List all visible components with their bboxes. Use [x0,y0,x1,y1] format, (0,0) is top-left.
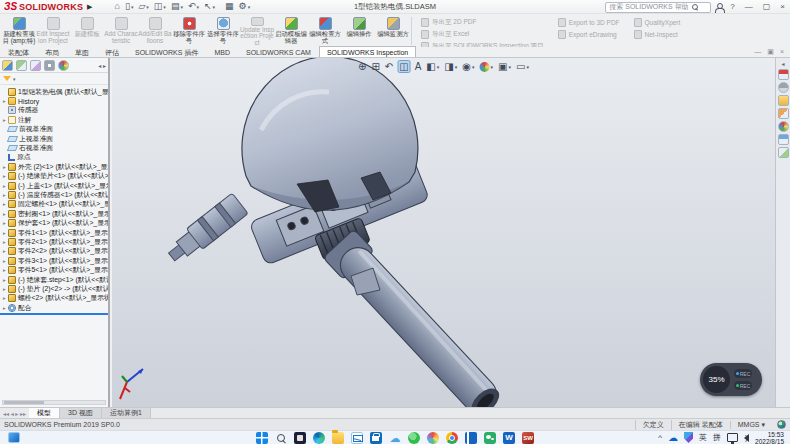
scrollbar-thumb[interactable] [4,401,44,404]
heads-up-button[interactable]: ● ▾ [479,60,495,73]
quick-access-button[interactable]: ▯ ▾ [123,1,135,13]
task-view-icon[interactable] [294,432,306,444]
doc-restore-icon[interactable]: ▣ [767,47,774,57]
unit-system[interactable]: MMGS ▾ [730,421,772,429]
heads-up-button[interactable]: ◨ ▾ [443,60,458,73]
design-library-icon[interactable] [778,82,789,93]
tree-item[interactable]: ▸ (-) 垫片 (2)<2> -> (默认<<默认>_ [1,284,108,293]
tree-item[interactable]: ▸ 注解 [1,115,108,124]
tree-item[interactable]: ▸ (-) 上盖<1> (默认<<默认>_显示状 [1,181,108,190]
panel-tab-arrows[interactable]: ◂ ▸ [98,62,106,69]
ribbon-button[interactable]: 新建模板 [70,15,104,47]
security-shield-icon[interactable] [684,432,693,443]
tree-item[interactable]: ▸ 前视基准面 [1,125,108,134]
search-icon[interactable] [275,432,287,444]
ribbon-button[interactable]: Add/Edit Balloons [138,15,172,47]
ribbon-tab[interactable]: 装配体 [0,46,37,57]
dropdown-arrow-icon[interactable]: ▾ [146,4,149,10]
tree-item[interactable]: ▸ 零件2<2> (默认<<默认>_显示状态 [1,247,108,256]
tree-item[interactable]: ▸ 零件1<1> (默认<<默认>_显示状态 [1,228,108,237]
ime-indicator[interactable]: 拼 [713,432,721,443]
file-explorer-pane-icon[interactable] [778,95,789,106]
browser-360-icon[interactable] [408,432,420,444]
expand-arrow-icon[interactable]: ▸ [1,230,8,236]
help-button[interactable]: ? [727,1,737,13]
expand-arrow-icon[interactable]: ▸ [1,173,8,179]
ribbon-tab[interactable]: MBD [206,46,238,57]
tab-nav-arrows[interactable]: ◂◂ ◂ ▸ ▸▸ [0,408,29,418]
dropdown-arrow-icon[interactable]: ▾ [437,64,440,70]
tree-item[interactable]: ▸ 右视基准面 [1,143,108,152]
help-globe-icon[interactable] [777,420,786,429]
ribbon-tab[interactable]: 布局 [37,46,67,57]
dropdown-arrow-icon[interactable]: ▾ [508,64,511,70]
expand-arrow-icon[interactable]: ▸ [1,211,8,217]
expand-arrow-icon[interactable]: ▸ [1,295,8,301]
record-button[interactable]: REC [734,381,752,390]
restore-button[interactable]: ▢ [760,1,774,13]
tree-item[interactable]: ▸ (-) 温度传感器<1> (默认<<默认>_ [1,190,108,199]
expand-arrow-icon[interactable]: ▸ [1,239,8,245]
edge-icon[interactable] [313,432,325,444]
ribbon-button[interactable]: Add Characteristic [104,15,138,47]
onedrive-icon[interactable]: ☁ [668,432,678,444]
tree-item[interactable]: ▸ 上视基准面 [1,134,108,143]
quick-access-button[interactable] [218,1,222,13]
heads-up-button[interactable]: ⊕ [357,60,367,73]
menu-flyout-icon[interactable]: ▶ [87,3,92,11]
dimxpertmanager-tab-icon[interactable] [44,60,55,71]
tree-item[interactable]: ▸ 原点 [1,153,108,162]
tree-item[interactable]: ▸ 配合 [1,303,108,312]
ribbon-tab[interactable]: SOLIDWORKS Inspection [319,46,416,57]
expand-arrow-icon[interactable]: ▸ [1,220,8,226]
ribbon-tab[interactable]: 评估 [97,46,127,57]
tree-item[interactable]: ▸ 零件2<1> (默认<<默认>_显示状态 [1,237,108,246]
quick-access-button[interactable]: ▤ ▾ [169,1,185,13]
heads-up-button[interactable]: ◫ [397,60,410,73]
display-icon[interactable] [727,433,738,442]
dropdown-arrow-icon[interactable]: ▾ [526,64,529,70]
panel-horizontal-scrollbar[interactable] [2,400,106,405]
export-menu-item[interactable]: QualityXpert [634,18,681,27]
ribbon-button[interactable]: Edit Inspection Project [36,15,70,47]
quick-access-button[interactable]: ⚙ ▾ [237,1,253,13]
tree-item[interactable]: ▸ 外壳 (2)<1> (默认<<默认>_显示状 [1,162,108,171]
heads-up-button[interactable]: ↶ [384,60,394,73]
dictionary-icon[interactable] [465,432,477,444]
ribbon-tab[interactable]: SOLIDWORKS CAM [238,46,319,57]
filter-caret-icon[interactable]: ▾ [13,76,16,82]
ribbon-button[interactable]: 启动模板编辑器 [274,15,308,47]
export-menu-item[interactable]: 导出至 Excel [421,30,544,39]
search-icon[interactable] [692,4,698,10]
explorer-icon[interactable] [332,432,344,444]
dropdown-arrow-icon[interactable]: ▾ [163,4,166,10]
heads-up-button[interactable]: ⊞ [370,60,380,73]
dropdown-arrow-icon[interactable]: ▾ [248,4,251,10]
tree-item[interactable]: ▸ 螺栓<2> (默认<<默认>_显示状态 [1,294,108,303]
view-palette-icon[interactable] [778,108,789,119]
login-icon[interactable] [715,3,723,12]
expand-arrow-icon[interactable]: ▸ [1,305,8,311]
color-wheel-icon[interactable] [427,432,439,444]
expand-arrow-icon[interactable]: ▸ [1,183,8,189]
graphics-viewport[interactable]: ⊕ ⊞ ↶ ◫ A [112,58,775,407]
tree-item[interactable]: ▸ 传感器 [1,106,108,115]
expand-arrow-icon[interactable]: ▸ [1,258,8,264]
doc-close-icon[interactable]: × [780,47,784,57]
quick-access-button[interactable]: ◫ ▾ [152,1,168,13]
document-tab[interactable]: 运动算例1 [102,408,151,418]
tree-item[interactable]: ▸ 密封圈<1> (默认<<默认>_显示状 [1,209,108,218]
solidworks-icon[interactable]: SW [522,432,534,444]
ribbon-button[interactable]: 编辑监测方 [376,15,410,47]
expand-arrow-icon[interactable]: ▸ [1,286,8,292]
collapse-task-pane-icon[interactable]: ◂ [781,60,784,67]
start-icon[interactable] [256,432,268,444]
language-indicator[interactable]: 英 [699,432,707,443]
recording-overlay-widget[interactable]: 35% REC REC [700,363,762,396]
chrome-icon[interactable] [446,432,458,444]
tree-item[interactable]: ▸ (-) 绝缘垫片<1> (默认<<默认>_显 [1,172,108,181]
close-button[interactable]: × [777,1,788,13]
document-tab[interactable]: 模型 [29,408,60,418]
tree-item[interactable]: ▸ 零件3<1> (默认<<默认>_显示状态 [1,256,108,265]
weather-icon[interactable]: ☁ [389,432,401,444]
